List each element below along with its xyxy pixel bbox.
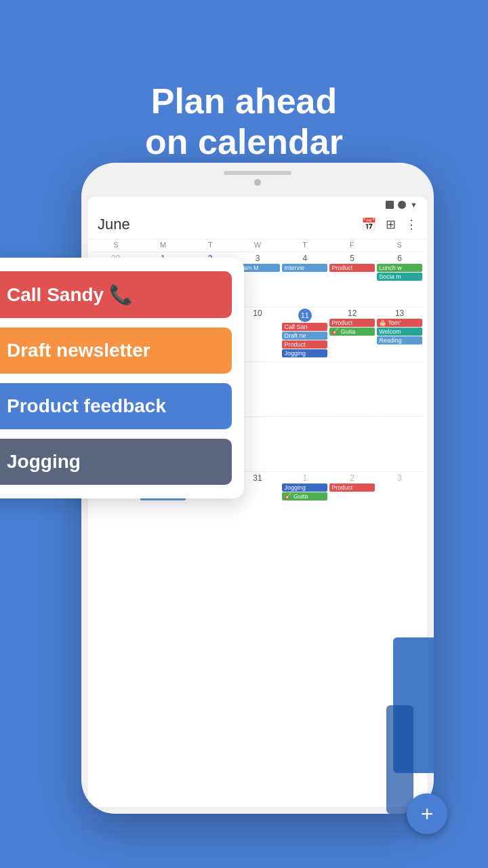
grid-view-icon[interactable]: ⊞	[386, 217, 396, 232]
fab-add-button[interactable]: +	[407, 793, 447, 834]
day-number: 13	[377, 309, 422, 318]
wifi-icon	[398, 201, 406, 209]
day-number: 5	[329, 254, 375, 263]
event-chip[interactable]: Lunch w	[377, 264, 422, 272]
hero-section: Plan ahead on calendar	[0, 0, 488, 163]
hero-title: Plan ahead on calendar	[0, 41, 488, 163]
event-chip[interactable]: Product	[329, 484, 375, 492]
event-chip[interactable]: 🎂 Tom'	[377, 319, 422, 327]
signal-bars-icon	[386, 201, 394, 209]
calendar-day-cell[interactable]	[376, 361, 423, 416]
day-number: 2	[329, 473, 375, 483]
calendar-day-cell[interactable]: 12Product🎸 Guita	[329, 307, 375, 361]
task-item[interactable]: Product feedback	[0, 383, 232, 429]
day-header-label: F	[329, 239, 376, 250]
calendar-day-cell[interactable]: 5Product	[329, 252, 375, 306]
event-chip[interactable]: Product	[329, 319, 375, 327]
day-header-label: T	[281, 239, 329, 250]
event-chip[interactable]: Jogging	[282, 484, 327, 492]
event-chip[interactable]: Call San	[282, 323, 327, 331]
event-chip[interactable]: Socia m	[377, 273, 422, 281]
event-chip[interactable]: Reading	[377, 336, 422, 344]
calendar-day-cell[interactable]: 1Jogging🎸 Guita	[281, 471, 328, 526]
calendar-header: June 📅 ⊞ ⋮	[88, 213, 427, 239]
day-number: 12	[329, 309, 375, 318]
calendar-day-cell[interactable]: 11Call SanDraft neProductJogging	[281, 307, 328, 361]
status-bar: ▼	[88, 197, 427, 213]
event-chip[interactable]: 🎸 Guita	[329, 328, 375, 336]
day-number: 1	[282, 473, 327, 483]
calendar-day-cell[interactable]	[281, 416, 328, 471]
phone-camera	[254, 179, 261, 186]
day-number: 6	[377, 254, 422, 263]
day-headers-row: SMTWTFS	[88, 239, 427, 250]
calendar-day-cell[interactable]	[329, 416, 375, 471]
event-chip[interactable]: Jogging	[282, 349, 327, 357]
task-item[interactable]: Jogging	[0, 439, 232, 485]
task-item[interactable]: Call Sandy 📞	[0, 271, 232, 318]
calendar-day-cell[interactable]: 4Intervie	[281, 252, 328, 306]
event-chip[interactable]: Intervie	[282, 264, 327, 272]
event-chip[interactable]: Draft ne	[282, 332, 327, 340]
calendar-day-cell[interactable]: 13🎂 Tom'WelcomReading	[376, 307, 423, 361]
phone-notch	[224, 171, 291, 175]
event-chip[interactable]: Product	[282, 340, 327, 349]
more-options-icon[interactable]: ⋮	[405, 217, 418, 232]
day-header-label: T	[186, 239, 234, 250]
event-chip[interactable]: Product	[329, 264, 375, 272]
day-number: 3	[377, 473, 422, 483]
day-header-label: S	[92, 239, 140, 250]
calendar-day-cell[interactable]: 3	[376, 471, 423, 526]
calendar-day-cell[interactable]	[329, 361, 375, 416]
calendar-day-cell[interactable]	[376, 416, 423, 471]
task-card: Call Sandy 📞Draft newsletterProduct feed…	[0, 258, 244, 498]
day-header-label: W	[234, 239, 281, 250]
calendar-month: June	[98, 216, 361, 233]
calendar-day-cell[interactable]	[281, 361, 328, 416]
day-header-label: M	[140, 239, 187, 250]
day-number: 4	[282, 254, 327, 263]
day-header-label: S	[375, 239, 423, 250]
calendar-day-cell[interactable]: 6Lunch wSocia m	[376, 252, 423, 306]
battery-icon: ▼	[410, 201, 418, 209]
calendar-action-icons: 📅 ⊞ ⋮	[361, 217, 418, 232]
calendar-today-icon[interactable]: 📅	[361, 217, 376, 232]
deco-bar-2	[386, 705, 413, 814]
task-item[interactable]: Draft newsletter	[0, 328, 232, 374]
day-number: 11	[298, 309, 312, 322]
event-chip[interactable]: Welcom	[377, 328, 422, 336]
event-chip[interactable]: 🎸 Guita	[282, 492, 327, 500]
calendar-day-cell[interactable]: 2Product	[329, 471, 375, 526]
